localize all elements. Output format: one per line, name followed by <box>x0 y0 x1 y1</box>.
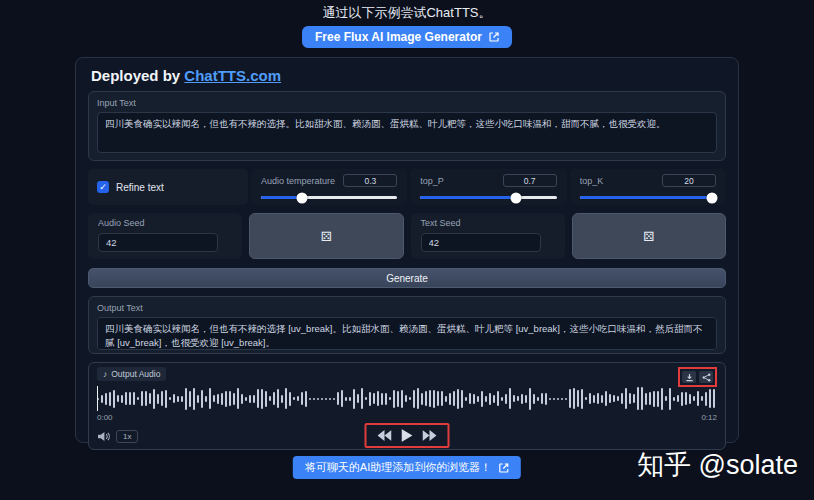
waveform-bar <box>217 394 219 404</box>
flux-generator-button[interactable]: Free Flux AI Image Generator <box>302 26 512 48</box>
waveform-bar <box>481 391 483 407</box>
slider-thumb[interactable] <box>706 192 717 203</box>
music-note-icon: ♪ <box>103 369 107 379</box>
waveform-bar <box>325 398 327 400</box>
waveform-bar <box>553 398 555 400</box>
waveform-bar <box>701 396 703 401</box>
output-text-area[interactable]: 四川美食确实以辣闻名，但也有不辣的选择 [uv_break]。比如甜水面、赖汤圆… <box>97 317 717 350</box>
audio-temperature-value-input[interactable] <box>343 174 397 187</box>
share-icon <box>702 373 711 382</box>
play-icon <box>402 429 413 442</box>
audio-seed-block: Audio Seed <box>88 213 242 259</box>
deployed-by-text: Deployed by <box>91 67 180 84</box>
skip-back-button[interactable] <box>378 430 392 441</box>
text-seed-input[interactable] <box>421 233 541 252</box>
skip-forward-button[interactable] <box>423 430 437 441</box>
waveform-bar <box>161 391 163 406</box>
waveform-bar <box>361 388 363 409</box>
dice-icon: ⚄ <box>643 229 654 244</box>
waveform-bar <box>237 388 239 409</box>
waveform-bar <box>673 397 675 401</box>
output-audio-player: ♪ Output Audio 0:00 0:12 1x <box>88 362 726 450</box>
text-seed-dice-button[interactable]: ⚄ <box>572 213 726 259</box>
playback-speed-button[interactable]: 1x <box>116 430 138 443</box>
waveform-bar <box>389 397 391 400</box>
top-p-track[interactable] <box>420 196 556 199</box>
refine-text-checkbox[interactable]: ✓ <box>97 181 109 193</box>
waveform-bar <box>469 393 471 404</box>
waveform-bar <box>393 390 395 408</box>
playback-cursor[interactable] <box>97 386 98 411</box>
waveform-bar <box>605 391 607 406</box>
waveform-bar <box>697 391 699 406</box>
slider-thumb[interactable] <box>296 192 307 203</box>
dice-icon: ⚄ <box>321 229 332 244</box>
waveform-bar <box>609 394 611 403</box>
waveform-bar <box>449 393 451 405</box>
waveform[interactable] <box>97 386 717 411</box>
waveform-bar <box>613 395 615 402</box>
add-ai-assistant-button[interactable]: 将可聊天的AI助理添加到你的浏览器！ <box>293 456 521 479</box>
waveform-bar <box>517 396 519 401</box>
waveform-bars <box>97 387 717 410</box>
download-audio-button[interactable] <box>682 371 696 383</box>
audio-seed-dice-button[interactable]: ⚄ <box>249 213 403 259</box>
audio-header: ♪ Output Audio <box>97 367 717 384</box>
waveform-bar <box>681 392 683 406</box>
waveform-bar <box>521 394 523 404</box>
audio-seed-input[interactable] <box>98 233 218 252</box>
waveform-bar <box>197 395 199 403</box>
top-k-value-input[interactable] <box>662 174 716 187</box>
waveform-bar <box>493 395 495 403</box>
share-audio-button[interactable] <box>699 371 713 383</box>
refine-text-label: Refine text <box>116 182 164 193</box>
waveform-bar <box>625 388 627 409</box>
top-k-track[interactable] <box>580 196 716 199</box>
add-ai-assistant-label: 将可聊天的AI助理添加到你的浏览器！ <box>305 460 491 475</box>
waveform-bar <box>169 397 171 400</box>
waveform-bar <box>601 395 603 403</box>
volume-icon[interactable] <box>97 431 110 442</box>
waveform-bar <box>445 396 447 402</box>
waveform-bar <box>177 396 179 402</box>
waveform-bar <box>149 393 151 404</box>
waveform-bar <box>429 390 431 407</box>
waveform-bar <box>233 393 235 405</box>
waveform-bar <box>261 389 263 409</box>
output-audio-chip: ♪ Output Audio <box>97 367 166 381</box>
waveform-bar <box>597 393 599 404</box>
audio-actions-annotation-box <box>678 367 717 387</box>
slider-thumb[interactable] <box>510 192 521 203</box>
waveform-bar <box>229 391 231 406</box>
waveform-bar <box>497 391 499 406</box>
generate-button[interactable]: Generate <box>88 268 726 288</box>
waveform-bar <box>485 396 487 402</box>
waveform-bar <box>129 392 131 405</box>
waveform-bar <box>165 390 167 408</box>
waveform-bar <box>157 394 159 404</box>
waveform-bar <box>181 396 183 402</box>
waveform-bar <box>369 392 371 406</box>
waveform-bar <box>641 387 643 410</box>
slider-top-p: top_P <box>410 169 566 205</box>
waveform-bar <box>573 388 575 409</box>
time-row: 0:00 0:12 <box>97 413 717 422</box>
play-button[interactable] <box>402 429 413 442</box>
generation-controls-row: ✓ Refine text Audio temperature top_P <box>88 169 726 205</box>
waveform-bar <box>513 395 515 402</box>
waveform-bar <box>585 397 587 400</box>
waveform-bar <box>189 391 191 407</box>
input-text-area[interactable]: 四川美食确实以辣闻名，但也有不辣的选择。比如甜水面、赖汤圆、蛋烘糕、叶儿粑等，这… <box>97 112 717 153</box>
waveform-bar <box>685 392 687 405</box>
waveform-bar <box>689 394 691 404</box>
waveform-bar <box>297 396 299 401</box>
waveform-bar <box>257 389 259 408</box>
top-p-value-input[interactable] <box>503 174 557 187</box>
waveform-bar <box>321 398 323 400</box>
waveform-bar <box>473 394 475 404</box>
waveform-bar <box>693 396 695 401</box>
waveform-bar <box>617 396 619 401</box>
audio-temperature-track[interactable] <box>261 196 397 199</box>
chattts-link[interactable]: ChatTTS.com <box>184 67 281 84</box>
waveform-bar <box>133 392 135 405</box>
